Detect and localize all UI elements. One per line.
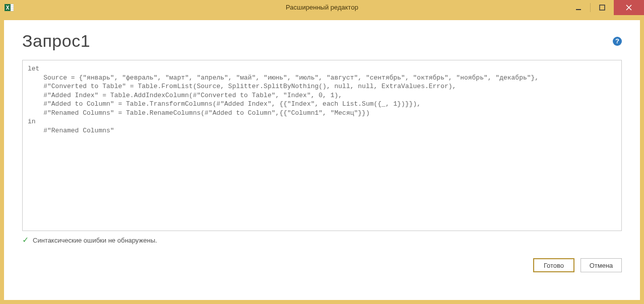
maximize-icon xyxy=(599,5,605,11)
window-title: Расширенный редактор xyxy=(0,0,644,15)
minimize-button[interactable] xyxy=(567,0,590,15)
done-button[interactable]: Готово xyxy=(533,258,574,272)
header-row: Запрос1 ? xyxy=(22,31,622,51)
excel-icon: X xyxy=(5,3,14,12)
titlebar: X Расширенный редактор xyxy=(0,0,644,15)
button-row: Готово Отмена xyxy=(22,258,622,272)
help-button[interactable]: ? xyxy=(613,37,622,46)
cancel-label: Отмена xyxy=(590,262,613,269)
page-title: Запрос1 xyxy=(22,31,90,51)
status-message: Синтаксические ошибки не обнаружены. xyxy=(33,237,157,244)
content-outer: Запрос1 ? let Source = {"январь", "февра… xyxy=(0,15,644,304)
svg-text:X: X xyxy=(6,5,10,11)
close-icon xyxy=(626,5,632,11)
code-editor[interactable]: let Source = {"январь", "февраль", "март… xyxy=(22,60,622,231)
minimize-icon xyxy=(575,5,582,11)
maximize-button[interactable] xyxy=(591,0,614,15)
check-icon: ✓ xyxy=(22,236,29,244)
help-icon: ? xyxy=(615,37,619,45)
done-label: Готово xyxy=(544,262,564,269)
window-controls xyxy=(567,0,644,15)
svg-rect-6 xyxy=(576,9,581,10)
content: Запрос1 ? let Source = {"январь", "февра… xyxy=(4,20,640,300)
svg-rect-7 xyxy=(600,5,605,10)
cancel-button[interactable]: Отмена xyxy=(581,258,622,272)
app-icon: X xyxy=(0,0,15,15)
close-button[interactable] xyxy=(614,0,644,15)
window-root: X Расширенный редактор xyxy=(0,0,644,304)
status-row: ✓ Синтаксические ошибки не обнаружены. xyxy=(22,236,622,244)
